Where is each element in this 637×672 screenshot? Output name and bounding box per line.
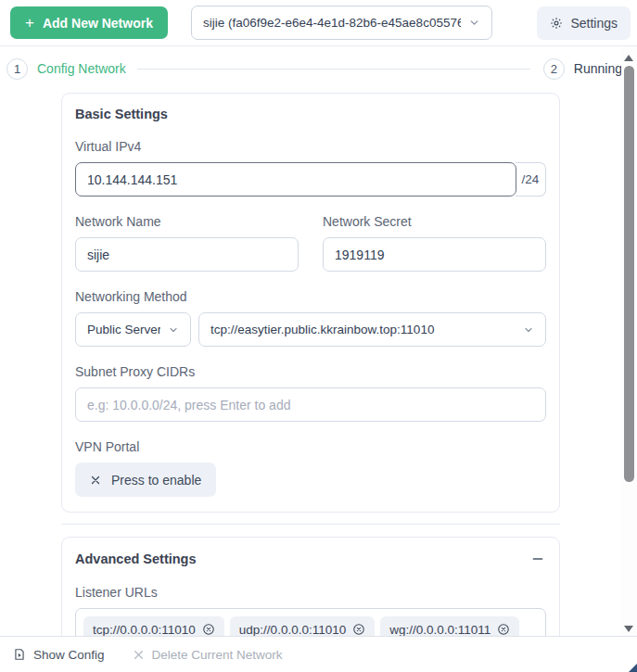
chevron-down-icon (168, 324, 179, 336)
chip-remove-icon[interactable] (497, 623, 510, 636)
basic-settings-card: Basic Settings Virtual IPv4 /24 Network … (61, 93, 560, 513)
basic-settings-title: Basic Settings (75, 107, 168, 121)
virtual-ipv4-group: /24 (75, 162, 546, 197)
chevron-down-icon (468, 17, 480, 29)
listener-url-chip-label: wg://0.0.0.0:11011 (389, 623, 490, 637)
chip-remove-icon[interactable] (202, 623, 215, 636)
stepper-connector-line (137, 69, 530, 70)
main-scroll-area: 1 Config Network 2 Running Basic Setting… (0, 46, 637, 636)
plus-icon: + (25, 15, 34, 31)
listener-urls-label: Listener URLs (75, 585, 546, 600)
scroll-down-arrow[interactable] (624, 626, 633, 632)
x-icon (133, 649, 145, 661)
listener-url-chip: wg://0.0.0.0:11011 (380, 616, 519, 636)
chip-remove-icon[interactable] (352, 623, 365, 636)
add-new-network-label: Add New Network (43, 16, 153, 31)
step-1-circle[interactable]: 1 (6, 58, 28, 80)
virtual-ipv4-label: Virtual IPv4 (75, 139, 546, 154)
bottom-action-bar: Show Config Delete Current Network (0, 636, 637, 672)
subnet-proxy-input[interactable] (75, 387, 546, 422)
show-config-label: Show Config (33, 648, 105, 662)
public-server-value: tcp://easytier.public.kkrainbow.top:1101… (210, 323, 516, 336)
chevron-down-icon (523, 324, 534, 336)
collapse-minus-icon[interactable] (529, 551, 546, 567)
scroll-up-arrow[interactable] (624, 55, 633, 61)
settings-label: Settings (570, 16, 618, 31)
step-2-number: 2 (551, 62, 557, 76)
vertical-scrollbar[interactable] (621, 46, 637, 636)
vpn-portal-enable-button[interactable]: Press to enable (75, 463, 216, 497)
networking-method-label: Networking Method (75, 289, 546, 304)
advanced-settings-card: Advanced Settings Listener URLs tcp://0.… (61, 537, 560, 636)
virtual-ipv4-input[interactable] (75, 162, 516, 197)
virtual-ipv4-prefix-length: /24 (516, 162, 546, 197)
wizard-stepper: 1 Config Network 2 Running (6, 57, 622, 80)
vpn-portal-label: VPN Portal (75, 439, 546, 454)
vpn-portal-enable-label: Press to enable (111, 473, 201, 488)
add-new-network-button[interactable]: + Add New Network (10, 6, 168, 39)
x-icon (90, 475, 101, 486)
top-toolbar: + Add New Network sijie (fa06f9e2-e6e4-4… (0, 0, 637, 46)
public-server-select[interactable]: tcp://easytier.public.kkrainbow.top:1101… (198, 312, 546, 347)
show-config-button[interactable]: Show Config (13, 648, 105, 662)
network-secret-input[interactable] (323, 237, 546, 272)
network-name-input[interactable] (75, 237, 299, 272)
step-1-number: 1 (14, 62, 20, 76)
scrollbar-thumb[interactable] (624, 66, 634, 482)
window-resize-grip[interactable] (629, 664, 637, 672)
listener-urls-input-box[interactable]: tcp://0.0.0.0:11010 udp://0.0.0.0:11010 … (75, 608, 546, 636)
networking-method-mode-value: Public Server (87, 323, 160, 336)
listener-url-chip: tcp://0.0.0.0:11010 (83, 616, 224, 636)
step-1-label[interactable]: Config Network (37, 61, 126, 76)
settings-button[interactable]: Settings (537, 6, 631, 40)
listener-url-chip: udp://0.0.0.0:11010 (230, 616, 375, 636)
network-name-label: Network Name (75, 214, 299, 229)
gear-icon (550, 17, 563, 30)
subnet-proxy-label: Subnet Proxy CIDRs (75, 364, 546, 379)
network-select[interactable]: sijie (fa06f9e2-e6e4-4e1d-82b6-e45ae8c05… (191, 6, 492, 40)
network-select-value: sijie (fa06f9e2-e6e4-4e1d-82b6-e45ae8c05… (203, 16, 461, 30)
listener-url-chip-label: tcp://0.0.0.0:11010 (93, 623, 196, 637)
networking-method-mode-select[interactable]: Public Server (75, 312, 191, 347)
step-2-circle[interactable]: 2 (543, 58, 565, 80)
delete-current-network-button[interactable]: Delete Current Network (133, 648, 283, 662)
card-divider (61, 524, 560, 525)
listener-url-chip-label: udp://0.0.0.0:11010 (239, 623, 346, 637)
network-secret-label: Network Secret (323, 214, 546, 229)
advanced-settings-title: Advanced Settings (75, 552, 197, 566)
show-config-file-icon (13, 648, 26, 661)
step-2-label[interactable]: Running (574, 61, 622, 76)
delete-current-network-label: Delete Current Network (152, 648, 283, 662)
